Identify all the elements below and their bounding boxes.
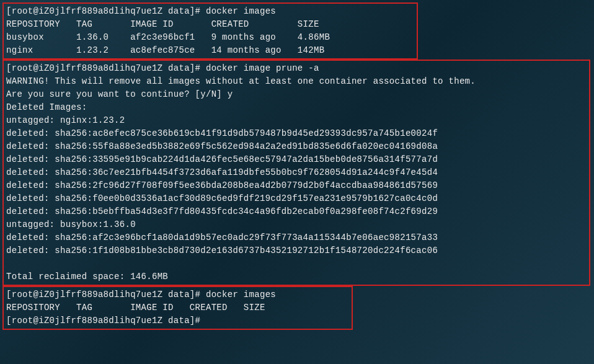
untagged-line: untagged: nginx:1.23.2 bbox=[6, 114, 587, 127]
command-line: [root@iZ0jlfrf889a8dlihq7ue1Z data]# doc… bbox=[6, 62, 587, 75]
table-header: REPOSITORY TAG IMAGE ID CREATED SIZE bbox=[6, 18, 414, 31]
command-prompt: [root@iZ0jlfrf889a8dlihq7ue1Z data]# bbox=[6, 314, 349, 327]
deleted-line: deleted: sha256:1f1d08b81bbe3cb8d730d2e1… bbox=[6, 244, 587, 257]
untagged-line: untagged: busybox:1.36.0 bbox=[6, 218, 587, 231]
terminal-block-3: [root@iZ0jlfrf889a8dlihq7ue1Z data]# doc… bbox=[2, 286, 353, 330]
deleted-line: deleted: sha256:33595e91b9cab224d1da426f… bbox=[6, 153, 587, 166]
command-line: [root@iZ0jlfrf889a8dlihq7ue1Z data]# doc… bbox=[6, 288, 349, 301]
deleted-header: Deleted Images: bbox=[6, 101, 587, 114]
command-line: [root@iZ0jlfrf889a8dlihq7ue1Z data]# doc… bbox=[6, 5, 414, 18]
table-header: REPOSITORY TAG IMAGE ID CREATED SIZE bbox=[6, 301, 349, 314]
terminal-block-1: [root@iZ0jlfrf889a8dlihq7ue1Z data]# doc… bbox=[2, 2, 418, 60]
deleted-line: deleted: sha256:b5ebffba54d3e3f7fd80435f… bbox=[6, 205, 587, 218]
deleted-line: deleted: sha256:2fc96d27f708f09f5ee36bda… bbox=[6, 179, 587, 192]
reclaimed-space: Total reclaimed space: 146.6MB bbox=[6, 270, 587, 283]
deleted-line: deleted: sha256:36c7ee21bfb4454f3723d6af… bbox=[6, 166, 587, 179]
deleted-line: deleted: sha256:af2c3e96bcf1a80da1d9b57e… bbox=[6, 231, 587, 244]
deleted-line: deleted: sha256:55f8a88e3ed5b3882e69f5c5… bbox=[6, 140, 587, 153]
deleted-line: deleted: sha256:f0ee0b0d3536a1acf30d89c6… bbox=[6, 192, 587, 205]
blank-line bbox=[6, 257, 587, 270]
table-row: nginx 1.23.2 ac8efec875ce 14 months ago … bbox=[6, 44, 414, 57]
warning-text: WARNING! This will remove all images wit… bbox=[6, 75, 587, 88]
confirm-prompt: Are you sure you want to continue? [y/N]… bbox=[6, 88, 587, 101]
deleted-line: deleted: sha256:ac8efec875ce36b619cb41f9… bbox=[6, 127, 587, 140]
terminal-block-2: [root@iZ0jlfrf889a8dlihq7ue1Z data]# doc… bbox=[2, 60, 590, 286]
table-row: busybox 1.36.0 af2c3e96bcf1 9 months ago… bbox=[6, 31, 414, 44]
